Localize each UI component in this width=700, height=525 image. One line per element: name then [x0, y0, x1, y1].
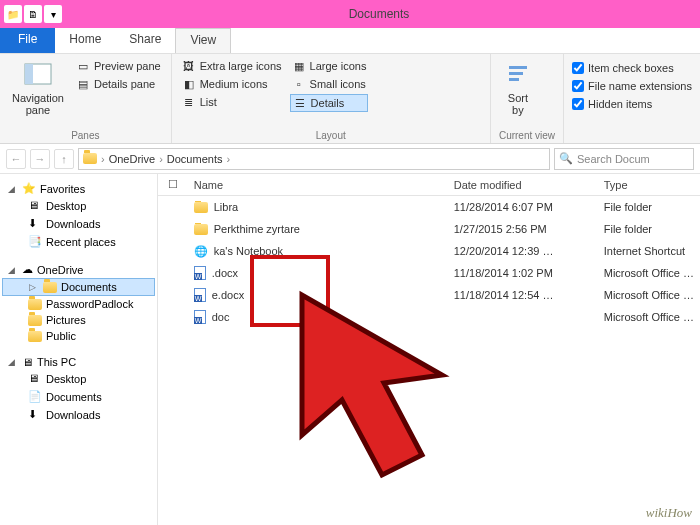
- table-row[interactable]: Libra11/28/2014 6:07 PMFile folder: [158, 196, 700, 218]
- file-name: Perkthime zyrtare: [214, 223, 300, 235]
- word-doc-icon: [194, 266, 206, 280]
- folder-icon: [194, 202, 208, 213]
- word-doc-icon: [194, 310, 206, 324]
- breadcrumb[interactable]: › OneDrive › Documents ›: [78, 148, 550, 170]
- header-checkbox[interactable]: ☐: [158, 178, 188, 191]
- file-date: 1/27/2015 2:56 PM: [448, 223, 598, 235]
- table-row[interactable]: .docx11/18/2014 1:02 PMMicrosoft Office …: [158, 262, 700, 284]
- cloud-icon: ☁: [22, 263, 33, 276]
- breadcrumb-documents[interactable]: Documents: [167, 153, 223, 165]
- desktop-icon: 🖥: [28, 199, 42, 213]
- layout-extra-large[interactable]: 🖼Extra large icons: [180, 58, 284, 74]
- file-name-extensions-checkbox[interactable]: File name extensions: [572, 80, 692, 92]
- tab-file[interactable]: File: [0, 28, 55, 53]
- shortcut-icon: 🌐: [194, 245, 208, 258]
- preview-pane-icon: ▭: [76, 59, 90, 73]
- layout-small[interactable]: ▫Small icons: [290, 76, 369, 92]
- table-row[interactable]: Perkthime zyrtare1/27/2015 2:56 PMFile f…: [158, 218, 700, 240]
- properties-icon[interactable]: 🗎: [24, 5, 42, 23]
- file-list: ☐ Name Date modified Type Libra11/28/201…: [158, 174, 700, 525]
- navigation-pane: ◢⭐Favorites 🖥Desktop ⬇Downloads 📑Recent …: [0, 174, 158, 525]
- forward-button[interactable]: →: [30, 149, 50, 169]
- back-button[interactable]: ←: [6, 149, 26, 169]
- item-check-boxes-checkbox[interactable]: Item check boxes: [572, 62, 692, 74]
- nav-downloads[interactable]: ⬇Downloads: [2, 215, 155, 233]
- file-type: Microsoft Office …: [598, 289, 700, 301]
- hidden-items-checkbox[interactable]: Hidden items: [572, 98, 692, 110]
- breadcrumb-onedrive[interactable]: OneDrive: [109, 153, 155, 165]
- details-icon: ☰: [293, 96, 307, 110]
- preview-pane-button[interactable]: ▭Preview pane: [74, 58, 163, 74]
- pc-icon: 🖥: [22, 356, 33, 368]
- nav-desktop[interactable]: 🖥Desktop: [2, 197, 155, 215]
- file-type: Microsoft Office …: [598, 267, 700, 279]
- nav-pc-downloads[interactable]: ⬇Downloads: [2, 406, 155, 424]
- ribbon: Navigation pane ▭Preview pane ▤Details p…: [0, 54, 700, 144]
- nav-recent[interactable]: 📑Recent places: [2, 233, 155, 251]
- svg-rect-4: [509, 78, 519, 81]
- nav-thispc[interactable]: ◢🖥This PC: [2, 354, 155, 370]
- folder-icon: [43, 282, 57, 293]
- file-name: e.docx: [212, 289, 244, 301]
- file-type: Microsoft Office …: [598, 311, 700, 323]
- navigation-pane-button[interactable]: Navigation pane: [8, 58, 68, 118]
- window-title: Documents: [62, 7, 696, 21]
- table-row[interactable]: docMicrosoft Office …: [158, 306, 700, 328]
- nav-pc-desktop[interactable]: 🖥Desktop: [2, 370, 155, 388]
- nav-documents[interactable]: ▷Documents: [2, 278, 155, 296]
- svg-rect-2: [509, 66, 527, 69]
- svg-rect-3: [509, 72, 523, 75]
- details-pane-icon: ▤: [76, 77, 90, 91]
- sort-by-button[interactable]: Sort by: [499, 58, 537, 118]
- tab-share[interactable]: Share: [115, 28, 175, 53]
- tab-home[interactable]: Home: [55, 28, 115, 53]
- watermark: wikiHow: [646, 505, 692, 521]
- layout-details[interactable]: ☰Details: [290, 94, 369, 112]
- file-type: File folder: [598, 201, 700, 213]
- ribbon-group-current-view: Sort by Current view: [491, 54, 564, 143]
- nav-public[interactable]: Public: [2, 328, 155, 344]
- nav-pictures[interactable]: Pictures: [2, 312, 155, 328]
- layout-large[interactable]: ▦Large icons: [290, 58, 369, 74]
- details-pane-button[interactable]: ▤Details pane: [74, 76, 163, 92]
- header-name[interactable]: Name: [188, 179, 448, 191]
- folder-icon: [194, 224, 208, 235]
- main-area: ◢⭐Favorites 🖥Desktop ⬇Downloads 📑Recent …: [0, 174, 700, 525]
- tab-view[interactable]: View: [175, 28, 231, 53]
- nav-pc-documents[interactable]: 📄Documents: [2, 388, 155, 406]
- ribbon-group-layout: 🖼Extra large icons ◧Medium icons ≣List ▦…: [172, 54, 491, 143]
- up-button[interactable]: ↑: [54, 149, 74, 169]
- file-date: 11/18/2014 1:02 PM: [448, 267, 598, 279]
- layout-list[interactable]: ≣List: [180, 94, 284, 110]
- new-folder-icon[interactable]: ▾: [44, 5, 62, 23]
- medium-icons-icon: ◧: [182, 77, 196, 91]
- header-type[interactable]: Type: [598, 179, 700, 191]
- header-date[interactable]: Date modified: [448, 179, 598, 191]
- address-bar: ← → ↑ › OneDrive › Documents › 🔍 Search …: [0, 144, 700, 174]
- file-type: Internet Shortcut: [598, 245, 700, 257]
- folder-icon: [28, 299, 42, 310]
- downloads-icon: ⬇: [28, 408, 42, 422]
- star-icon: ⭐: [22, 182, 36, 195]
- file-date: 11/18/2014 12:54 …: [448, 289, 598, 301]
- nav-onedrive[interactable]: ◢☁OneDrive: [2, 261, 155, 278]
- navigation-pane-icon: [23, 60, 53, 90]
- nav-passwordpadlock[interactable]: PasswordPadlock: [2, 296, 155, 312]
- ribbon-group-panes: Navigation pane ▭Preview pane ▤Details p…: [0, 54, 172, 143]
- recent-icon: 📑: [28, 235, 42, 249]
- file-name: ka's Notebook: [214, 245, 283, 257]
- quick-access-toolbar: 📁 🗎 ▾: [4, 5, 62, 23]
- explorer-icon[interactable]: 📁: [4, 5, 22, 23]
- file-type: File folder: [598, 223, 700, 235]
- nav-favorites[interactable]: ◢⭐Favorites: [2, 180, 155, 197]
- file-date: 12/20/2014 12:39 …: [448, 245, 598, 257]
- ribbon-tabs: File Home Share View: [0, 28, 700, 54]
- file-list-header: ☐ Name Date modified Type: [158, 174, 700, 196]
- layout-medium[interactable]: ◧Medium icons: [180, 76, 284, 92]
- table-row[interactable]: 🌐ka's Notebook12/20/2014 12:39 …Internet…: [158, 240, 700, 262]
- table-row[interactable]: e.docx11/18/2014 12:54 …Microsoft Office…: [158, 284, 700, 306]
- title-bar: 📁 🗎 ▾ Documents: [0, 0, 700, 28]
- search-input[interactable]: 🔍 Search Docum: [554, 148, 694, 170]
- folder-icon: [28, 331, 42, 342]
- downloads-icon: ⬇: [28, 217, 42, 231]
